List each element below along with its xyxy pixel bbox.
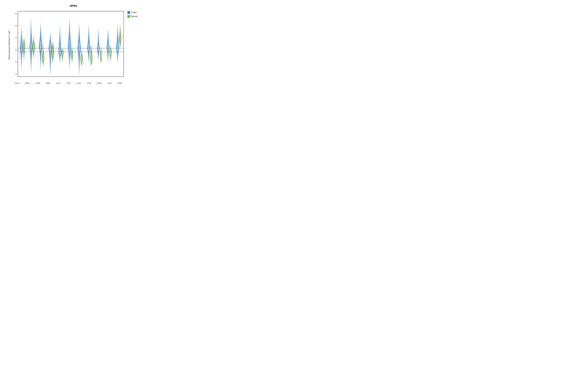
- svg-rect-158: [34, 53, 34, 54]
- svg-rect-594: [82, 56, 82, 56]
- svg-rect-218: [41, 37, 41, 37]
- chart-container: NPM1 mRNA Expression (RNASeq V2, log2) 1…: [6, 3, 141, 89]
- svg-rect-277: [50, 73, 50, 73]
- svg-rect-205: [42, 52, 42, 52]
- svg-rect-747: [101, 59, 101, 59]
- svg-rect-382: [60, 41, 60, 41]
- svg-rect-94: [24, 43, 24, 43]
- svg-rect-837: [110, 55, 110, 55]
- svg-rect-110: [31, 68, 31, 68]
- svg-rect-419: [63, 56, 63, 56]
- svg-rect-97: [24, 42, 24, 42]
- svg-rect-479: [69, 23, 69, 23]
- svg-rect-565: [79, 26, 79, 26]
- svg-rect-815: [108, 32, 108, 32]
- svg-rect-933: [120, 31, 121, 31]
- svg-rect-447: [70, 63, 70, 63]
- svg-rect-520: [72, 49, 72, 49]
- svg-rect-293: [50, 55, 50, 56]
- svg-rect-278: [50, 71, 50, 72]
- svg-rect-116: [32, 59, 32, 60]
- svg-rect-364: [60, 57, 61, 58]
- svg-rect-695: [98, 59, 98, 60]
- svg-rect-721: [98, 39, 98, 40]
- svg-rect-794: [109, 50, 109, 50]
- svg-rect-320: [52, 62, 53, 62]
- svg-rect-325: [53, 59, 53, 59]
- svg-rect-134: [30, 35, 31, 35]
- svg-rect-412: [62, 58, 62, 58]
- svg-rect-131: [30, 39, 30, 40]
- svg-rect-918: [119, 40, 120, 40]
- svg-rect-620: [88, 54, 89, 54]
- svg-rect-386: [60, 37, 60, 37]
- svg-rect-690: [91, 46, 91, 46]
- svg-rect-770: [101, 50, 101, 50]
- svg-rect-661: [92, 61, 92, 62]
- svg-rect-914: [121, 42, 121, 42]
- svg-rect-791: [108, 52, 109, 52]
- svg-rect-391: [60, 32, 60, 33]
- x-axis-label-coad: COAD: [33, 82, 43, 84]
- svg-rect-454: [69, 54, 69, 54]
- svg-rect-797: [109, 47, 109, 47]
- svg-rect-401: [62, 62, 62, 62]
- svg-rect-346: [53, 47, 53, 47]
- svg-rect-28: [21, 63, 22, 63]
- svg-rect-612: [88, 61, 89, 61]
- svg-rect-928: [120, 34, 120, 34]
- svg-rect-384: [60, 39, 60, 39]
- svg-rect-58: [21, 31, 22, 31]
- svg-rect-629: [88, 45, 88, 45]
- svg-rect-40: [21, 50, 21, 50]
- svg-rect-402: [62, 62, 62, 62]
- svg-rect-781: [108, 60, 108, 60]
- svg-rect-754: [100, 56, 101, 57]
- svg-rect-656: [91, 64, 91, 64]
- svg-rect-171: [34, 46, 35, 46]
- svg-rect-615: [88, 58, 88, 58]
- svg-rect-544: [80, 52, 80, 53]
- svg-rect-630: [90, 44, 90, 44]
- svg-rect-817: [108, 30, 108, 30]
- svg-rect-482: [69, 19, 69, 19]
- svg-text:13: 13: [15, 49, 17, 51]
- svg-rect-895: [117, 31, 118, 31]
- svg-rect-650: [89, 25, 89, 26]
- svg-rect-207: [41, 50, 41, 50]
- svg-rect-387: [60, 36, 60, 36]
- svg-point-862: [117, 49, 118, 49]
- svg-rect-839: [110, 54, 111, 54]
- svg-rect-940: [120, 27, 120, 27]
- svg-rect-599: [82, 53, 82, 54]
- svg-point-22: [21, 49, 22, 49]
- svg-rect-920: [119, 39, 120, 39]
- svg-rect-389: [60, 34, 60, 34]
- svg-rect-450: [70, 59, 70, 59]
- svg-rect-936: [120, 29, 120, 29]
- svg-rect-179: [34, 42, 34, 42]
- svg-rect-244: [44, 60, 44, 60]
- svg-rect-460: [70, 47, 70, 47]
- x-axis-label-luad: LUAD: [74, 82, 84, 84]
- svg-rect-355: [53, 42, 53, 42]
- svg-rect-683: [91, 50, 91, 50]
- svg-rect-579: [81, 62, 81, 62]
- svg-rect-716: [99, 43, 99, 43]
- svg-rect-70: [24, 57, 24, 57]
- svg-rect-23: [21, 68, 22, 68]
- svg-rect-299: [51, 49, 52, 49]
- svg-rect-112: [31, 65, 31, 65]
- svg-rect-534: [79, 65, 79, 66]
- svg-rect-368: [59, 54, 59, 54]
- svg-rect-406: [62, 60, 62, 60]
- x-axis-label-brca: BRCA: [23, 82, 33, 84]
- svg-rect-35: [22, 55, 22, 56]
- svg-rect-415: [62, 57, 62, 57]
- svg-rect-730: [98, 32, 98, 33]
- svg-rect-706: [98, 51, 98, 51]
- svg-rect-435: [63, 50, 63, 51]
- svg-rect-898: [117, 28, 118, 28]
- svg-rect-296: [51, 52, 51, 52]
- svg-rect-500: [72, 56, 72, 57]
